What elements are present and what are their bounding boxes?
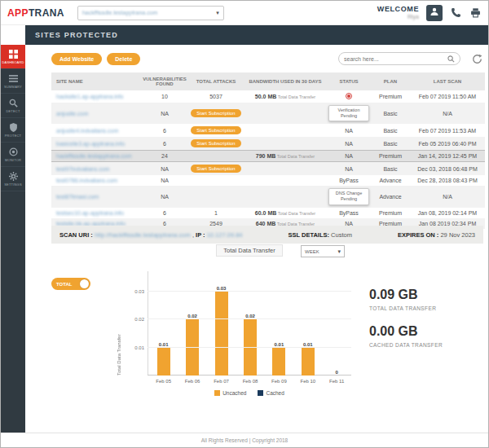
- plan-cell: Basic: [371, 124, 410, 137]
- site-name-cell: hackffissdle.testapptrana.com: [51, 151, 141, 162]
- bandwidth-cell: [244, 137, 327, 151]
- start-subscription-button[interactable]: Start Subscription: [191, 109, 240, 117]
- table-header-row: SITE NAMEVULNERABILITIES FOUNDTOTAL ATTA…: [51, 72, 485, 90]
- status-cell: ByPass: [327, 208, 371, 218]
- person-icon: [430, 7, 439, 19]
- user-button[interactable]: [426, 5, 443, 21]
- site-name-link[interactable]: test87limasi.com: [56, 194, 99, 200]
- add-website-button[interactable]: Add Website: [51, 53, 102, 65]
- vulnerabilities-cell: NA: [141, 162, 188, 176]
- site-name-link[interactable]: anjusite.com: [56, 111, 88, 116]
- gridline: [148, 291, 351, 292]
- search-box: [338, 52, 460, 65]
- table-row[interactable]: test0786.indvalians.comNAByPassAdvanceDe…: [51, 175, 485, 186]
- start-subscription-button[interactable]: Start Subscription: [191, 139, 240, 147]
- legend-label: Uncached: [222, 390, 246, 396]
- bar-value-label: 0: [336, 370, 338, 375]
- y-tick-label: 0.03: [126, 289, 144, 294]
- x-tick-label: Feb 07: [214, 376, 229, 387]
- refresh-icon[interactable]: [472, 53, 483, 64]
- plan-cell: Basic: [371, 103, 410, 124]
- chart-bar-group: 0.03Feb 07: [209, 286, 234, 387]
- phone-icon[interactable]: [450, 7, 462, 19]
- status-callout: Verification Pending: [328, 105, 369, 121]
- legend-label: Cached: [266, 390, 284, 396]
- printer-icon[interactable]: [469, 7, 482, 19]
- sidebar: DASHBOARDSUMMARYDETECTPROTECTMONITORSETT…: [1, 45, 25, 433]
- plan-cell: Premium: [371, 208, 410, 218]
- status-callout: DNS Change Pending: [328, 188, 369, 204]
- y-tick-label: 0.02: [126, 317, 144, 322]
- site-name-link[interactable]: anjusite4.indvalians.com: [56, 128, 118, 134]
- sidebar-item-detect[interactable]: DETECT: [1, 94, 25, 118]
- table-row[interactable]: basicsite3.ap-apptrana.info6Start Subscr…: [51, 137, 485, 151]
- attacks-cell: Start Subscription: [188, 124, 244, 137]
- start-subscription-button[interactable]: Start Subscription: [191, 165, 240, 173]
- period-select[interactable]: WEEK ▾: [301, 245, 345, 257]
- sidebar-item-protect[interactable]: PROTECT: [1, 118, 25, 143]
- site-name-link[interactable]: hackffissdle.testapptrana.com: [56, 153, 131, 159]
- site-name-link[interactable]: basicsite3.ap-apptrana.info: [56, 141, 125, 147]
- status-cell: Verification Pending: [327, 103, 371, 124]
- table-row[interactable]: testsec10.ap-apptrana.info6160.0 MB Tota…: [51, 208, 485, 218]
- bandwidth-value: 60.0 MB: [255, 210, 276, 216]
- column-header: LAST SCAN: [410, 72, 485, 90]
- total-toggle[interactable]: TOTAL: [51, 278, 90, 290]
- vulnerabilities-cell: 24: [141, 151, 188, 162]
- table-row[interactable]: test97indvalians.comNAStart Subscription…: [51, 162, 485, 176]
- vulnerabilities-cell: NA: [141, 186, 188, 207]
- search-icon[interactable]: [447, 51, 455, 66]
- total-data-value: 0.09 GB: [369, 288, 483, 302]
- site-name-link[interactable]: test0786.indvalians.com: [56, 178, 117, 183]
- x-tick-label: Feb 10: [300, 376, 315, 387]
- sidebar-item-dashboard[interactable]: DASHBOARD: [1, 45, 25, 69]
- x-tick-label: Feb 06: [185, 376, 200, 387]
- site-name-link[interactable]: test97indvalians.com: [56, 166, 109, 172]
- search-input[interactable]: [344, 56, 447, 62]
- sidebar-item-summary[interactable]: SUMMARY: [1, 69, 25, 94]
- ssl-value: Custom: [331, 231, 352, 239]
- bandwidth-cell: [244, 175, 327, 186]
- table-row[interactable]: anjusite4.indvalians.com6Start Subscript…: [51, 124, 485, 137]
- bar-value-label: 0.02: [245, 314, 255, 318]
- y-tick-label: 0.01: [126, 345, 144, 350]
- attacks-cell: [188, 151, 244, 162]
- column-header: TOTAL ATTACKS: [188, 72, 244, 90]
- status-cell: NA: [327, 162, 371, 176]
- table-row[interactable]: hackffissdle.testapptrana.com24790 MB To…: [51, 151, 485, 162]
- table-row[interactable]: test87limasi.comNADNS Change PendingAdva…: [51, 186, 485, 207]
- x-tick-label: Feb 09: [271, 376, 287, 387]
- site-name-link[interactable]: testsec10.ap-apptrana.info: [56, 210, 124, 216]
- bar: [157, 348, 170, 376]
- y-axis-line: [148, 271, 148, 376]
- bandwidth-cell: [244, 186, 327, 207]
- x-tick-label: Feb 08: [243, 376, 258, 387]
- table-row[interactable]: anjusite.comNAStart SubscriptionVerifica…: [51, 103, 485, 124]
- delete-button[interactable]: Delete: [107, 53, 140, 65]
- y-axis-title: Total Data Transfer: [117, 278, 121, 376]
- summary-icon: [9, 74, 18, 83]
- sidebar-item-monitor[interactable]: MONITOR: [1, 143, 25, 167]
- domain-select[interactable]: hackffissdle.testapptrana.com ▾: [77, 6, 224, 20]
- attacks-cell: [188, 175, 244, 186]
- chevron-down-icon: ▾: [216, 10, 219, 16]
- plan-cell: Basic: [371, 137, 410, 151]
- last-scan-cell: N/A: [410, 103, 485, 124]
- site-name-cell: anjusite.com: [51, 103, 141, 124]
- bandwidth-cell: 60.0 MB Total Data Transfer: [244, 208, 327, 218]
- total-toggle-label: TOTAL: [56, 282, 72, 287]
- status-cell: ByPass: [327, 175, 371, 186]
- start-subscription-button[interactable]: Start Subscription: [191, 126, 240, 134]
- status-cell: [327, 90, 371, 103]
- sidebar-item-settings[interactable]: SETTINGS: [1, 167, 25, 191]
- vulnerabilities-cell: 6: [141, 124, 188, 137]
- page: APPTRANA hackffissdle.testapptrana.com ▾…: [0, 0, 489, 448]
- last-scan-cell: N/A: [410, 186, 485, 207]
- site-name-link[interactable]: hacksite1.ap-apptrana.info: [56, 94, 124, 99]
- table-body: hacksite1.ap-apptrana.info10503750.0 MB …: [51, 90, 485, 229]
- attacks-cell: Start Subscription: [188, 137, 244, 151]
- table-row[interactable]: hacksite1.ap-apptrana.info10503750.0 MB …: [51, 90, 485, 103]
- site-name-cell: hacksite1.ap-apptrana.info: [51, 90, 141, 103]
- stats-panel: 0.09 GB TOTAL DATA TRANSFER 0.00 GB CACH…: [369, 288, 483, 361]
- cached-data-label: CACHED DATA TRANSFER: [369, 342, 483, 348]
